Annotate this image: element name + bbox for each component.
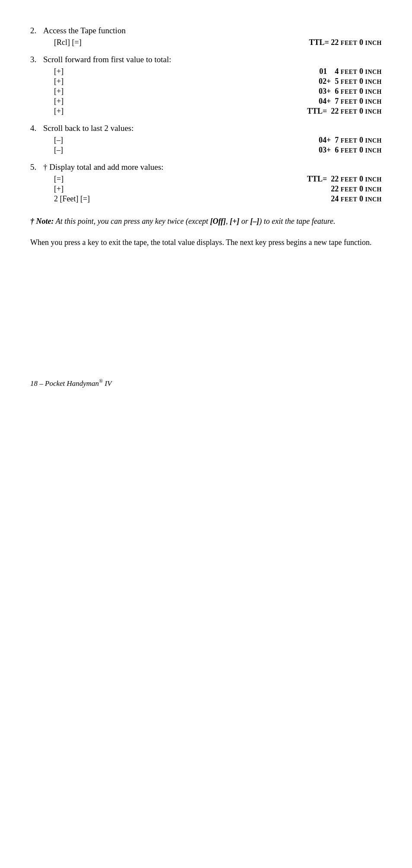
entry-row-3-1: [+] 01 4 FEET 0 INCH [30,67,382,76]
entry-row-3-2: [+] 02+ 5 FEET 0 INCH [30,77,382,86]
section-2-number: 2. [30,26,43,35]
entry-row-3-3: [+] 03+ 6 FEET 0 INCH [30,87,382,96]
footer: 18 – Pocket Handyman® IV [30,249,382,388]
entry-key: [Rcl] [=] [54,38,82,47]
entry-key-4-2: [–] [54,146,78,155]
entry-key-3-2: [+] [54,77,78,86]
entry-value-4-1: 04+ 7 FEET 0 INCH [78,136,382,145]
entry-key-5-3: 2 [Feet] [=] [54,194,106,203]
entry-value-5-2: 22 FEET 0 INCH [78,184,382,194]
entry-key-3-1: [+] [54,67,78,76]
note-body: At this point, you can press any key twi… [56,217,336,226]
entry-key-3-3: [+] [54,87,78,96]
section-2-title: Access the Tape function [43,26,126,35]
note-symbol: † Note: [30,217,54,226]
body-paragraph: When you press a key to exit the tape, t… [30,236,382,249]
entry-value-3-2: 02+ 5 FEET 0 INCH [78,77,382,86]
note-paragraph: † Note: At this point, you can press any… [30,216,382,228]
section-5-number: 5. [30,162,43,172]
section-4-number: 4. [30,124,43,133]
section-3: 3. Scroll forward from first value to to… [30,55,382,116]
entry-row-4-2: [–] 03+ 6 FEET 0 INCH [30,146,382,155]
entry-row-4-1: [–] 04+ 7 FEET 0 INCH [30,136,382,145]
page-content: 2. Access the Tape function [Rcl] [=] TT… [30,26,382,388]
entry-key-3-4: [+] [54,97,78,106]
entry-value-4-2: 03+ 6 FEET 0 INCH [78,146,382,155]
entry-row-5-1: [=] TTL= 22 FEET 0 INCH [30,175,382,184]
section-3-header: 3. Scroll forward from first value to to… [30,55,382,64]
section-2-header: 2. Access the Tape function [30,26,382,35]
entry-row-3-4: [+] 04+ 7 FEET 0 INCH [30,97,382,106]
entry-value: TTL= 22 FEET 0 INCH [82,38,382,47]
section-5: 5. † Display total and add more values: … [30,162,382,203]
entry-value-3-1: 01 4 FEET 0 INCH [78,67,382,76]
note-section: † Note: At this point, you can press any… [30,216,382,228]
trademark: ® [99,378,103,385]
entry-value-5-1: TTL= 22 FEET 0 INCH [78,175,382,184]
entry-row-5-2: [+] 22 FEET 0 INCH [30,184,382,194]
entry-key-5-1: [=] [54,175,78,184]
section-3-number: 3. [30,55,43,64]
section-2: 2. Access the Tape function [Rcl] [=] TT… [30,26,382,47]
entry-key-4-1: [–] [54,136,78,145]
entry-row-5-3: 2 [Feet] [=] 24 FEET 0 INCH [30,194,382,203]
entry-value-3-4: 04+ 7 FEET 0 INCH [78,97,382,106]
entry-value-5-3: 24 FEET 0 INCH [106,194,382,203]
entry-key-5-2: [+] [54,184,78,194]
section-5-title: † Display total and add more values: [43,162,164,172]
section-4: 4. Scroll back to last 2 values: [–] 04+… [30,124,382,155]
entry-key-3-5: [+] [54,107,78,116]
section-4-header: 4. Scroll back to last 2 values: [30,124,382,133]
entry-value-3-3: 03+ 6 FEET 0 INCH [78,87,382,96]
section-3-title: Scroll forward from first value to total… [43,55,171,64]
section-4-title: Scroll back to last 2 values: [43,124,133,133]
entry-row: [Rcl] [=] TTL= 22 FEET 0 INCH [30,38,382,47]
entry-value-3-5: TTL= 22 FEET 0 INCH [78,107,382,116]
footer-text: 18 – Pocket Handyman® IV [30,379,112,388]
section-5-header: 5. † Display total and add more values: [30,162,382,172]
entry-row-3-5: [+] TTL= 22 FEET 0 INCH [30,107,382,116]
